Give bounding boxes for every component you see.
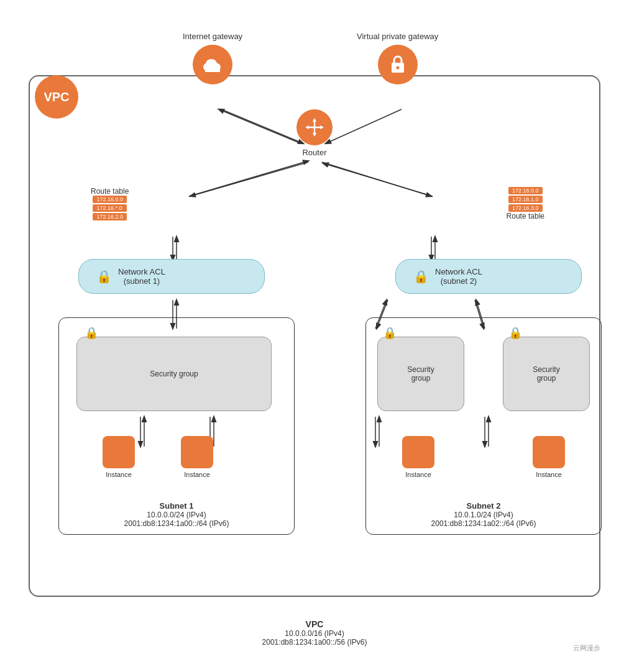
subnet-1-name: Subnet 1	[59, 501, 294, 511]
route-row-l1: 172.16.0.0	[93, 196, 127, 203]
instance-1-left: Instance	[103, 436, 135, 478]
internet-gateway-icon	[193, 45, 232, 84]
route-table-right-stack: 172.16.0.0 172.16.1.0 172.16.3.0	[508, 187, 543, 212]
route-table-right: 172.16.0.0 172.16.1.0 172.16.3.0 Route t…	[507, 187, 544, 220]
vpc-label: VPC	[44, 90, 69, 104]
svg-marker-33	[313, 118, 316, 122]
instance-1-right-label: Instance	[405, 471, 431, 478]
svg-marker-36	[320, 125, 324, 129]
svg-marker-34	[313, 133, 316, 137]
instance-2-right-box	[533, 436, 565, 468]
internet-gateway-label: Internet gateway	[183, 32, 242, 41]
route-row-r3: 172.16.3.0	[508, 204, 543, 212]
network-acl-1-label: Network ACL(subnet 1)	[118, 267, 165, 286]
subnet-2-info: Subnet 2 10.0.1.0/24 (IPv4) 2001:db8:123…	[366, 501, 601, 528]
subnet-1-box: 🔒 Security group Instance Instance Subne…	[58, 317, 295, 535]
route-table-left: Route table 172.16.0.0 172.16.*.0 172.16…	[91, 187, 129, 220]
subnet-2-box: 🔒 Securitygroup 🔒 Securitygroup Instance…	[365, 317, 602, 535]
sg3-lock-icon: 🔒	[508, 326, 522, 340]
security-group-2: 🔒 Securitygroup	[377, 337, 464, 411]
security-group-3: 🔒 Securitygroup	[503, 337, 590, 411]
vpc-info-title: VPC	[262, 619, 367, 629]
vpc-info: VPC 10.0.0.0/16 (IPv4) 2001:db8:1234:1a0…	[262, 619, 367, 647]
security-group-1: 🔒 Security group	[76, 337, 272, 411]
subnet-1-ipv6: 2001:db8:1234:1a00::/64 (IPv6)	[59, 519, 294, 528]
subnet-1-ipv4: 10.0.0.0/24 (IPv4)	[59, 511, 294, 519]
security-group-1-label: Security group	[150, 370, 198, 378]
instance-2-left: Instance	[181, 436, 213, 478]
network-acl-2: 🔒 Network ACL(subnet 2)	[395, 259, 582, 294]
instance-2-right-label: Instance	[536, 471, 562, 478]
vpc-badge: VPC	[35, 75, 78, 119]
network-acl-1: 🔒 Network ACL(subnet 1)	[78, 259, 265, 294]
instance-1-left-box	[103, 436, 135, 468]
security-group-3-label: Securitygroup	[533, 365, 559, 383]
router-icon	[296, 109, 333, 145]
internet-gateway: Internet gateway	[183, 32, 242, 84]
route-table-right-label: Route table	[507, 212, 544, 220]
instance-2-left-label: Instance	[184, 471, 210, 478]
subnet-2-ipv6: 2001:db8:1234:1a02::/64 (IPv6)	[366, 519, 601, 528]
watermark-text: 云网漫步	[573, 644, 600, 652]
sg1-lock-icon: 🔒	[85, 326, 98, 340]
vpg-label: Virtual private gateway	[357, 32, 438, 41]
acl1-lock-icon: 🔒	[96, 269, 112, 284]
instance-2-right: Instance	[533, 436, 565, 478]
security-group-2-label: Securitygroup	[407, 365, 434, 383]
router-label: Router	[302, 148, 326, 157]
route-row-r1: 172.16.0.0	[508, 187, 543, 194]
svg-rect-28	[205, 67, 220, 72]
subnet-2-ipv4: 10.0.1.0/24 (IPv4)	[366, 511, 601, 519]
route-row-l2: 172.16.*.0	[93, 204, 127, 212]
watermark: 云网漫步	[573, 643, 600, 653]
svg-marker-35	[305, 125, 309, 129]
route-table-left-label: Route table	[91, 187, 129, 196]
route-row-l3: 172.16.2.0	[93, 213, 127, 220]
vpg-icon	[378, 45, 418, 84]
acl2-lock-icon: 🔒	[413, 269, 429, 284]
subnet-1-info: Subnet 1 10.0.0.0/24 (IPv4) 2001:db8:123…	[59, 501, 294, 528]
instance-1-right: Instance	[402, 436, 434, 478]
virtual-private-gateway: Virtual private gateway	[357, 32, 438, 84]
vpc-ipv6: 2001:db8:1234:1a00::/56 (IPv6)	[262, 638, 367, 647]
sg2-lock-icon: 🔒	[383, 326, 397, 340]
route-row-r2: 172.16.1.0	[508, 196, 543, 203]
instance-1-left-label: Instance	[106, 471, 132, 478]
instance-2-left-box	[181, 436, 213, 468]
router: Router	[296, 109, 333, 157]
instance-1-right-box	[402, 436, 434, 468]
svg-point-30	[396, 66, 399, 70]
network-acl-2-label: Network ACL(subnet 2)	[435, 267, 482, 286]
subnet-2-name: Subnet 2	[366, 501, 601, 511]
route-table-left-stack: 172.16.0.0 172.16.*.0 172.16.2.0	[93, 196, 127, 220]
diagram-wrapper: VPC Internet gateway Virtual private gat…	[16, 13, 613, 659]
vpc-ipv4: 10.0.0.0/16 (IPv4)	[262, 629, 367, 638]
